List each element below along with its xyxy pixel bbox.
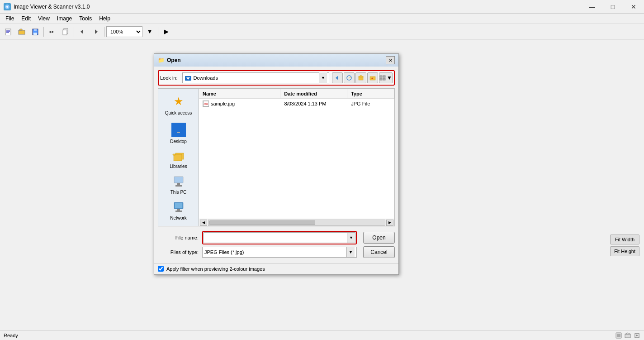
- col-header-type[interactable]: Type: [347, 89, 394, 98]
- menu-view[interactable]: View: [34, 14, 53, 23]
- svg-marker-22: [358, 75, 364, 77]
- back-nav-button[interactable]: [332, 72, 343, 83]
- file-type-cell: JPG File: [347, 99, 394, 109]
- zoom-arrow[interactable]: ▼: [143, 25, 156, 38]
- look-in-label: Look in:: [160, 75, 180, 81]
- file-date-text: 8/03/2024 1:13 PM: [284, 101, 327, 106]
- views-button[interactable]: ▼: [379, 72, 393, 83]
- dialog-title-bar: 📁 Open ✕: [154, 54, 398, 67]
- file-name-row: File name: ▼ Open: [158, 231, 395, 244]
- svg-rect-35: [177, 183, 180, 185]
- open-dialog-button[interactable]: Open: [363, 232, 395, 244]
- file-name-label: File name:: [158, 235, 199, 240]
- nav-buttons: + ▼: [332, 72, 393, 83]
- svg-rect-26: [383, 76, 385, 77]
- file-list-body: JPG sample.jpg 8/03/2024 1:13 PM JPG Fil…: [199, 99, 394, 219]
- svg-rect-13: [63, 30, 67, 35]
- file-list-header: Name Date modified Type: [199, 89, 394, 99]
- next-button[interactable]: [90, 25, 102, 38]
- look-in-bar: Look in: Downloads ▼: [158, 70, 395, 86]
- horizontal-scrollbar[interactable]: ◀ ▶: [199, 219, 394, 226]
- file-row[interactable]: JPG sample.jpg 8/03/2024 1:13 PM JPG Fil…: [199, 99, 394, 109]
- menu-edit[interactable]: Edit: [18, 14, 34, 23]
- scroll-track[interactable]: [208, 220, 385, 226]
- menu-tools[interactable]: Tools: [76, 14, 95, 23]
- col-header-name[interactable]: Name: [199, 89, 280, 98]
- svg-rect-10: [34, 29, 37, 31]
- save-button[interactable]: [29, 25, 42, 38]
- look-in-combo-inner: Downloads: [185, 74, 319, 81]
- dialog-body: Look in: Downloads ▼: [154, 67, 398, 263]
- svg-marker-18: [336, 76, 338, 80]
- file-name-text: sample.jpg: [211, 101, 235, 106]
- separator-3: [104, 27, 104, 37]
- cancel-dialog-button[interactable]: Cancel: [363, 246, 395, 258]
- app-window: Image Viewer & Scanner v3.1.0 — □ ✕ File…: [0, 0, 644, 340]
- svg-rect-38: [175, 203, 182, 208]
- files-of-type-label: Files of type:: [158, 249, 199, 255]
- scroll-thumb[interactable]: [209, 220, 315, 225]
- place-desktop[interactable]: Desktop: [158, 119, 199, 148]
- files-of-type-arrow[interactable]: ▼: [346, 247, 355, 257]
- svg-text:✂: ✂: [49, 29, 54, 35]
- look-in-combo[interactable]: Downloads ▼: [182, 72, 329, 83]
- svg-rect-29: [174, 127, 183, 132]
- place-libraries-label: Libraries: [170, 164, 187, 169]
- files-of-type-select[interactable]: JPEG Files (*.jpg) ▼: [202, 247, 357, 258]
- svg-rect-25: [380, 76, 382, 77]
- files-of-type-value: JPEG Files (*.jpg): [204, 249, 346, 255]
- dialog-close-button[interactable]: ✕: [386, 56, 395, 64]
- svg-text:+: +: [371, 77, 373, 80]
- place-libraries[interactable]: Libraries: [158, 148, 199, 172]
- close-app-button[interactable]: ✕: [623, 0, 644, 14]
- svg-rect-6: [19, 30, 25, 34]
- svg-rect-30: [177, 132, 180, 133]
- menu-bar: File Edit View Image Tools Help: [0, 14, 644, 24]
- separator-1: [43, 27, 44, 37]
- open-dialog: 📁 Open ✕ Look in:: [154, 53, 399, 275]
- menu-help[interactable]: Help: [95, 14, 114, 23]
- zoom-combo[interactable]: 100%50%200%: [106, 26, 142, 37]
- new-folder-button[interactable]: +: [367, 72, 378, 83]
- prev-button[interactable]: [76, 25, 89, 38]
- places-panel: ★ Quick access Desktop: [158, 89, 199, 226]
- file-name-dropdown-arrow[interactable]: ▼: [347, 233, 355, 243]
- copy-button[interactable]: [59, 25, 72, 38]
- filter-checkbox[interactable]: [158, 266, 164, 272]
- look-in-dropdown-arrow[interactable]: ▼: [319, 72, 327, 83]
- svg-rect-21: [359, 77, 363, 80]
- app-icon: [4, 3, 11, 10]
- filter-bar: Apply filter when previewing 2-colour im…: [154, 263, 398, 274]
- place-network[interactable]: Network: [158, 198, 199, 224]
- svg-rect-2: [5, 29, 11, 35]
- file-name-input[interactable]: ▼: [204, 232, 355, 243]
- open-button[interactable]: [15, 25, 28, 38]
- place-network-label: Network: [170, 215, 187, 220]
- menu-file[interactable]: File: [2, 14, 18, 23]
- svg-marker-15: [95, 29, 98, 34]
- new-button[interactable]: [2, 25, 14, 38]
- up-folder-button[interactable]: [355, 72, 366, 83]
- file-list-area: Name Date modified Type JPG: [199, 89, 394, 226]
- place-quick-access[interactable]: ★ Quick access: [158, 91, 199, 119]
- toolbar: ✂ 100%50%200% ▼ ▶: [0, 24, 644, 40]
- main-content: Fit Width Fit Height 📁 Open ✕ Look in:: [0, 40, 644, 340]
- recent-locations-button[interactable]: [344, 72, 355, 83]
- minimize-button[interactable]: —: [582, 0, 602, 14]
- maximize-button[interactable]: □: [602, 0, 623, 14]
- svg-rect-34: [174, 177, 183, 183]
- separator-4: [158, 27, 158, 37]
- separator-2: [74, 27, 74, 37]
- forward-toolbar-btn[interactable]: ▶: [160, 25, 173, 38]
- jpg-file-icon: JPG: [203, 101, 209, 107]
- svg-rect-40: [175, 211, 182, 212]
- scroll-left-arrow[interactable]: ◀: [200, 220, 207, 226]
- menu-image[interactable]: Image: [53, 14, 76, 23]
- col-header-date[interactable]: Date modified: [280, 89, 347, 98]
- cut-button[interactable]: ✂: [46, 25, 58, 38]
- files-of-type-row: Files of type: JPEG Files (*.jpg) ▼ Canc…: [158, 246, 395, 258]
- svg-text:JPG: JPG: [204, 103, 208, 105]
- scroll-right-arrow[interactable]: ▶: [386, 220, 393, 226]
- place-this-pc[interactable]: This PC: [158, 172, 199, 198]
- svg-rect-36: [175, 185, 182, 187]
